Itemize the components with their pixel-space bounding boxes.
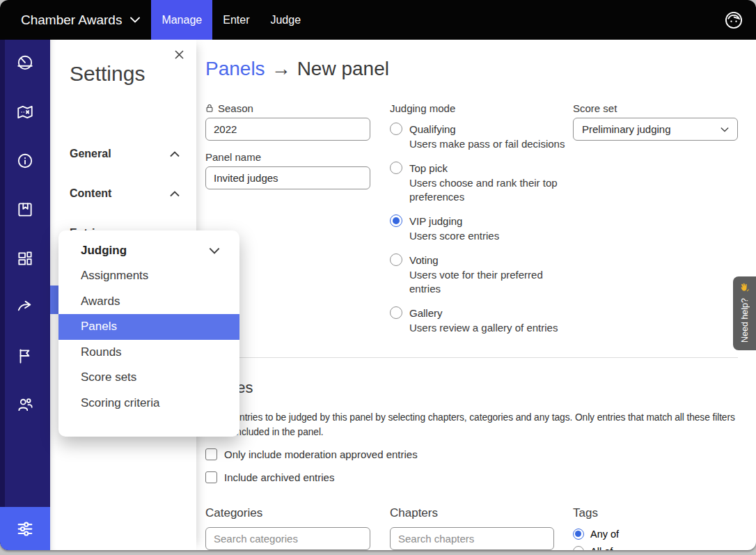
- radio-circle: [390, 253, 402, 266]
- account-switcher[interactable]: Chamber Awards: [21, 13, 140, 28]
- info-icon[interactable]: [16, 152, 34, 170]
- score-set-label: Score set: [573, 102, 738, 114]
- radio-circle: [390, 306, 402, 319]
- map-icon[interactable]: [16, 103, 34, 121]
- topbar-tabs: Manage Enter Judge: [151, 0, 311, 40]
- nav-item-awards[interactable]: Awards: [58, 289, 239, 315]
- radio-qualifying[interactable]: Qualifying: [390, 123, 572, 135]
- score-set-select[interactable]: Preliminary judging: [573, 118, 738, 141]
- page-title: New panel: [297, 58, 389, 79]
- drawer-section-general[interactable]: General: [70, 146, 180, 162]
- tags-label: Tags: [573, 506, 598, 520]
- section-label: General: [70, 148, 111, 160]
- app-title: Chamber Awards: [21, 13, 122, 28]
- form-column-1: Season Panel name: [205, 102, 370, 189]
- clock-icon[interactable]: [16, 54, 34, 72]
- radio-voting[interactable]: Voting: [390, 253, 572, 266]
- radio-vip-judging[interactable]: VIP judging: [390, 214, 572, 227]
- panel-name-input[interactable]: [205, 166, 370, 189]
- chevron-down-icon: [720, 127, 729, 132]
- user-avatar-icon[interactable]: [724, 10, 743, 30]
- season-label: Season: [205, 102, 370, 114]
- settings-sliders-icon: [15, 519, 35, 538]
- radio-gallery[interactable]: Gallery: [390, 306, 572, 319]
- judging-nav-dropdown: Judging Assignments Awards Panels Rounds…: [58, 230, 239, 437]
- radio-label: Any of: [590, 529, 619, 540]
- waving-hand-icon: [739, 283, 750, 293]
- section-label: Content: [70, 187, 111, 200]
- radio-circle: [390, 214, 402, 227]
- checkbox-box: [205, 448, 217, 460]
- checkbox-label: Only include moderation approved entries: [224, 448, 418, 460]
- search-categories-input[interactable]: [205, 527, 370, 550]
- breadcrumb-panels-link[interactable]: Panels: [205, 58, 265, 79]
- chevron-down-icon: [130, 17, 140, 23]
- sidebar-item-settings[interactable]: [0, 507, 50, 550]
- checkbox-box: [205, 471, 217, 483]
- radio-top-pick[interactable]: Top pick: [390, 162, 572, 174]
- radio-description: Users choose and rank their top preferen…: [409, 176, 572, 204]
- drawer-section-content[interactable]: Content: [70, 185, 180, 202]
- lock-icon: [205, 104, 214, 113]
- users-icon[interactable]: [16, 396, 34, 414]
- arrow-icon[interactable]: [16, 298, 34, 316]
- app-window: Chamber Awards Manage Enter Judge: [0, 0, 756, 550]
- arrow-right-icon: →: [271, 58, 291, 79]
- chevron-up-icon: [170, 151, 180, 157]
- tab-manage[interactable]: Manage: [151, 0, 212, 40]
- form-column-3: Score set Preliminary judging: [573, 102, 738, 141]
- settings-title: Settings: [70, 62, 145, 86]
- dropdown-header-label: Judging: [81, 244, 127, 258]
- sidebar: [0, 40, 50, 550]
- chevron-down-icon: [209, 247, 220, 254]
- radio-label: Voting: [409, 254, 439, 266]
- nav-item-rounds[interactable]: Rounds: [58, 340, 239, 366]
- radio-description: Users review a gallery of entries: [409, 321, 572, 335]
- radio-circle: [390, 162, 402, 174]
- dropdown-header-judging[interactable]: Judging: [58, 237, 239, 263]
- screen: { "colors": { "topbar_bg": "#050505", "a…: [0, 0, 756, 555]
- checkbox-label: Include archived entries: [224, 471, 334, 483]
- chapters-label: Chapters: [390, 506, 438, 520]
- categories-label: Categories: [205, 506, 262, 520]
- need-help-label: Need help?: [740, 298, 750, 343]
- section-divider: [205, 357, 738, 358]
- need-help-tab[interactable]: Need help?: [733, 276, 756, 350]
- breadcrumb: Panels→New panel: [205, 58, 389, 80]
- chevron-up-icon: [170, 191, 180, 197]
- judging-mode-label: Judging mode: [390, 102, 572, 114]
- grid-icon[interactable]: [16, 249, 34, 267]
- close-icon[interactable]: [170, 45, 188, 63]
- radio-label: Qualifying: [409, 123, 456, 135]
- entries-section-description: Select entries to be judged by this pane…: [205, 410, 745, 439]
- nav-item-scoring-criteria[interactable]: Scoring criteria: [58, 391, 239, 416]
- topbar: Chamber Awards Manage Enter Judge: [0, 0, 756, 40]
- season-input[interactable]: [205, 118, 370, 141]
- nav-item-panels[interactable]: Panels: [58, 314, 239, 340]
- search-chapters-input[interactable]: [390, 527, 554, 550]
- tab-judge[interactable]: Judge: [260, 0, 311, 40]
- nav-item-assignments[interactable]: Assignments: [58, 263, 239, 289]
- radio-description: Users vote for their preferred entries: [409, 268, 572, 296]
- active-nav-indicator: [50, 286, 58, 314]
- checkbox-moderation-approved[interactable]: Only include moderation approved entries: [205, 448, 418, 460]
- judging-mode-group: Judging mode Qualifying Users make pass …: [390, 102, 572, 345]
- radio-circle: [390, 123, 402, 135]
- score-set-value: Preliminary judging: [582, 123, 671, 135]
- flag-icon[interactable]: [16, 347, 34, 365]
- radio-label: VIP judging: [409, 215, 462, 227]
- radio-description: Users score entries: [409, 229, 572, 243]
- panel-name-label: Panel name: [205, 151, 370, 162]
- radio-circle: [573, 546, 584, 550]
- nav-item-score-sets[interactable]: Score sets: [58, 365, 239, 391]
- radio-description: Users make pass or fail decisions: [409, 137, 572, 151]
- radio-label: Gallery: [409, 307, 443, 319]
- radio-circle: [573, 529, 584, 540]
- bookmark-icon[interactable]: [16, 201, 34, 219]
- radio-label: Top pick: [409, 162, 448, 174]
- tab-enter[interactable]: Enter: [212, 0, 260, 40]
- radio-label: All of: [590, 546, 613, 550]
- radio-tags-any-of[interactable]: Any of: [573, 529, 619, 540]
- checkbox-include-archived[interactable]: Include archived entries: [205, 471, 334, 483]
- radio-tags-all-of[interactable]: All of: [573, 546, 613, 550]
